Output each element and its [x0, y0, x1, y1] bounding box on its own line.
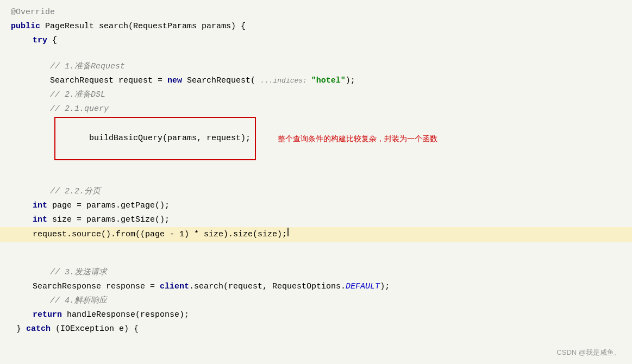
comment-4: // 2.2.分页 [11, 185, 101, 198]
line-comment3: // 2.1.query [0, 102, 632, 116]
method-build-query: buildBasicQuery(params, request); [89, 134, 251, 143]
comment-5: // 3.发送请求 [11, 266, 107, 279]
line-comment1: // 1.准备Request [0, 60, 632, 74]
comment-6: // 4.解析响应 [11, 294, 107, 307]
search-response-method: .search(request, RequestOptions. [189, 280, 346, 293]
keyword-int-1: int [33, 199, 47, 212]
comment-3: // 2.1.query [11, 103, 109, 116]
line-return: return handleResponse(response); [0, 308, 632, 322]
line-search-request: SearchRequest request = new SearchReques… [0, 74, 632, 88]
line-annotation: @Override [0, 5, 632, 20]
search-request-end: ); [346, 74, 355, 87]
annotation-text: @Override [11, 6, 55, 19]
keyword-int-2: int [33, 214, 47, 227]
string-hotel: "hotel" [311, 74, 346, 87]
keyword-return: return [33, 309, 62, 322]
search-response-code: SearchResponse response = [33, 280, 160, 293]
search-response-end: ); [380, 280, 390, 293]
line-int-page: int page = params.getPage(); [0, 199, 632, 213]
empty-line-3 [0, 173, 632, 185]
keyword-try: try [33, 34, 47, 47]
line-comment5: // 3.发送请求 [0, 266, 632, 280]
page-var: page = params.getPage(); [47, 199, 170, 212]
try-close-brace: } [16, 323, 26, 336]
empty-line-5 [0, 254, 632, 266]
line-method-sig: public PageResult search(RequestParams p… [0, 20, 632, 34]
size-var: size = params.getSize(); [47, 214, 170, 227]
code-container: @Override public PageResult search(Reque… [0, 0, 632, 364]
catch-code: (IOException e) { [51, 323, 139, 336]
cursor [287, 228, 289, 236]
keyword-client: client [160, 280, 189, 293]
comment-2: // 2.准备DSL [11, 89, 105, 102]
line-int-size: int size = params.getSize(); [0, 213, 632, 227]
line-comment4: // 2.2.分页 [0, 185, 632, 199]
boxed-method-call: buildBasicQuery(params, request); [54, 117, 256, 160]
return-code: handleResponse(response); [62, 309, 189, 322]
search-request-constructor: SearchRequest( [182, 74, 260, 87]
keyword-public: public [11, 20, 40, 33]
search-request-code: SearchRequest request = [11, 74, 167, 87]
watermark: CSDN @我是咸鱼、 [556, 347, 621, 359]
line-try: try { [0, 34, 632, 48]
method-return: PageResult search(RequestParams params) … [40, 20, 246, 33]
default-field: DEFAULT [346, 280, 380, 293]
line-catch: } catch (IOException e) { [0, 322, 632, 336]
line-comment6: // 4.解析响应 [0, 294, 632, 308]
request-source-code: request.source().from((page - 1) * size)… [33, 228, 287, 241]
keyword-new: new [167, 74, 182, 87]
red-annotation: 整个查询条件的构建比较复杂，封装为一个函数 [278, 133, 437, 145]
comment-1: // 1.准备Request [11, 60, 125, 73]
empty-line-2 [0, 161, 632, 173]
line-request-source: request.source().from((page - 1) * size)… [0, 227, 632, 242]
line-comment2: // 2.准备DSL [0, 88, 632, 102]
line-build-query: buildBasicQuery(params, request); 整个查询条件… [0, 116, 632, 161]
empty-line-1 [0, 48, 632, 60]
keyword-catch: catch [26, 323, 51, 336]
hint-indices: ...indices: [260, 76, 311, 87]
try-brace: { [47, 34, 57, 47]
empty-line-4 [0, 242, 632, 254]
line-search-response: SearchResponse response = client .search… [0, 280, 632, 294]
